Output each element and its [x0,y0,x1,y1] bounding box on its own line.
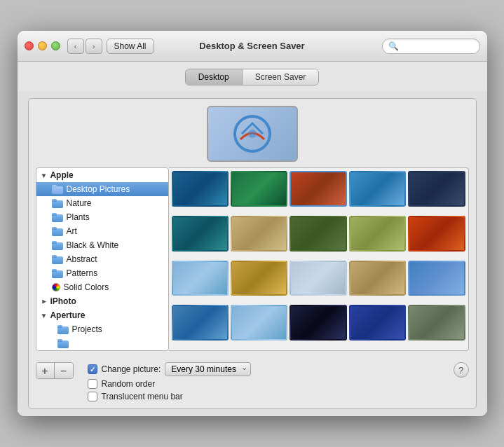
show-all-button[interactable]: Show All [107,39,154,54]
middle-section: ▼ Apple Desktop Pictures Nature [36,167,469,351]
color-dot-icon [52,283,60,291]
folder-icon [57,339,69,348]
preview-area [36,106,469,162]
folder-icon [52,255,63,264]
sidebar-item-label: Patterns [67,268,98,278]
translucent-menu-row: Translucent menu bar [88,392,252,401]
tabs-row: Desktop Screen Saver [18,62,487,91]
sidebar-item-label: Abstract [67,254,97,264]
sidebar-item-patterns[interactable]: Patterns [36,266,168,280]
sidebar-item-label: Desktop Pictures [67,184,130,194]
expand-triangle-aperture: ▼ [41,312,48,319]
expand-triangle-iphoto: ▼ [40,298,48,305]
wallpaper-thumb[interactable] [408,171,465,207]
sidebar-item-label: Black & White [67,240,119,250]
folder-icon [52,269,63,278]
change-picture-label: Change picture: [102,364,161,374]
wallpaper-thumb[interactable] [290,261,346,296]
content-panel: ▼ Apple Desktop Pictures Nature [28,98,477,409]
sidebar-group-iphoto: ▼ iPhoto [36,294,168,308]
translucent-menu-label: Translucent menu bar [102,392,183,401]
change-picture-row: Change picture: Every 5 seconds Every 1 … [88,362,252,376]
search-input[interactable] [402,41,474,51]
wallpaper-thumb[interactable] [349,305,406,341]
sidebar-item-extra[interactable] [36,336,168,350]
bottom-bar: + − Change picture: Every 5 seconds Ever… [36,357,469,401]
wallpaper-grid [169,167,469,351]
sidebar-group-iphoto-label: iPhoto [50,296,76,306]
wallpaper-thumb[interactable] [172,305,229,341]
sidebar-item-label: Nature [67,198,92,208]
checkboxes-area: Change picture: Every 5 seconds Every 1 … [88,362,252,401]
wallpaper-thumb[interactable] [172,216,229,252]
wallpaper-thumb[interactable] [408,305,465,341]
back-button[interactable]: ‹ [67,39,84,54]
sidebar-item-label: Art [67,226,77,236]
svg-point-1 [248,130,257,138]
sidebar-item-desktop-pictures[interactable]: Desktop Pictures [36,182,168,196]
wallpaper-thumb[interactable] [231,216,287,252]
traffic-lights [25,41,60,50]
wallpaper-thumb[interactable] [231,171,287,207]
nav-buttons: ‹ › [67,39,102,54]
wallpaper-thumb[interactable] [408,216,465,252]
search-box: 🔍 [382,39,480,54]
window-title: Desktop & Screen Saver [199,41,304,51]
sidebar-item-plants[interactable]: Plants [36,210,168,224]
folder-icon [52,199,63,208]
wallpaper-thumb[interactable] [231,305,287,341]
close-button[interactable] [25,41,34,50]
sidebar-group-aperture: ▼ Aperture ▶ Projects [36,308,168,350]
sidebar-item-art[interactable]: Art [36,224,168,238]
wallpaper-thumb[interactable] [290,171,346,207]
search-icon: 🔍 [388,41,399,51]
sidebar-item-black-white[interactable]: Black & White [36,238,168,252]
sidebar-group-apple-header[interactable]: ▼ Apple [36,168,168,182]
sidebar-item-solid-colors[interactable]: Solid Colors [36,280,168,294]
wallpaper-thumb[interactable] [349,171,406,207]
interval-select[interactable]: Every 5 seconds Every 1 minute Every 5 m… [165,362,251,376]
preview-box [207,106,298,162]
sidebar-group-aperture-header[interactable]: ▼ Aperture [36,308,168,322]
help-button[interactable]: ? [454,362,469,378]
sidebar-item-projects[interactable]: ▶ Projects [36,322,168,336]
list-controls: + − [36,362,74,379]
tab-group: Desktop Screen Saver [185,69,320,85]
folder-icon [52,185,63,194]
wallpaper-thumb[interactable] [172,171,229,207]
sidebar-item-label: Plants [67,212,90,222]
translucent-menu-checkbox[interactable] [88,392,97,401]
sidebar-group-apple: ▼ Apple Desktop Pictures Nature [36,168,168,294]
wallpaper-thumb[interactable] [349,216,406,252]
change-picture-checkbox[interactable] [88,364,97,374]
maximize-button[interactable] [51,41,60,50]
tab-screensaver[interactable]: Screen Saver [243,69,319,85]
titlebar: ‹ › Show All Desktop & Screen Saver 🔍 [18,31,487,62]
wallpaper-thumb[interactable] [349,261,406,296]
wallpaper-thumb[interactable] [290,305,346,341]
sidebar-item-label: Solid Colors [64,282,109,292]
add-button[interactable]: + [36,363,55,379]
random-order-row: Random order [88,379,252,389]
preview-icon [221,113,284,155]
folder-icon [52,227,63,236]
wallpaper-thumb[interactable] [408,261,465,296]
sidebar-item-label: Projects [72,324,102,334]
wallpaper-thumb[interactable] [172,261,229,296]
sidebar-group-apple-label: Apple [50,170,73,180]
wallpaper-thumb[interactable] [290,216,346,252]
random-order-checkbox[interactable] [88,379,97,389]
sidebar-item-nature[interactable]: Nature [36,196,168,210]
forward-button[interactable]: › [86,39,102,54]
sidebar-group-aperture-label: Aperture [50,310,85,320]
wallpaper-thumb[interactable] [231,261,287,296]
sidebar-group-iphoto-header[interactable]: ▼ iPhoto [36,294,168,308]
folder-icon: ▶ [57,325,69,334]
minimize-button[interactable] [38,41,47,50]
tab-desktop[interactable]: Desktop [186,69,243,85]
sidebar-item-abstract[interactable]: Abstract [36,252,168,266]
interval-select-wrapper: Every 5 seconds Every 1 minute Every 5 m… [165,362,251,376]
folder-icon [52,241,63,250]
remove-button[interactable]: − [55,363,73,379]
sidebar: ▼ Apple Desktop Pictures Nature [36,167,169,351]
